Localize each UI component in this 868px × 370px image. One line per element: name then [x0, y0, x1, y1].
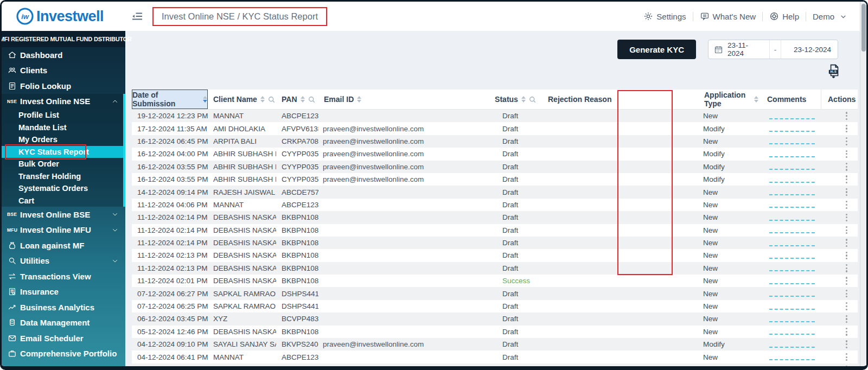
comment-field[interactable] [769, 227, 815, 233]
kebab-menu-icon[interactable] [844, 225, 849, 236]
kebab-menu-icon[interactable] [844, 237, 849, 248]
kebab-menu-icon[interactable] [844, 314, 849, 325]
search-icon[interactable] [268, 96, 275, 103]
sidebar-item-utilities[interactable]: Utilities [2, 253, 125, 269]
whats-new-button[interactable]: What's New [700, 11, 756, 21]
date-range-picker[interactable]: 23-11-2024 - 23-12-2024 [708, 40, 838, 59]
vertical-scrollbar[interactable] [860, 2, 866, 366]
comment-field[interactable] [769, 290, 815, 297]
comment-field[interactable] [769, 138, 815, 144]
search-icon[interactable] [529, 96, 536, 103]
scrollbar-thumb[interactable] [861, 4, 866, 52]
comment-field[interactable] [769, 278, 815, 284]
comment-field[interactable] [769, 303, 815, 310]
cell-rejection-reason [542, 312, 699, 325]
account-menu[interactable]: Demo [813, 12, 847, 21]
settings-button[interactable]: Settings [643, 11, 686, 21]
cell-email-id [318, 186, 488, 198]
sidebar-item-invest-online-bse[interactable]: BSEInvest Online BSE [2, 207, 125, 222]
sidebar-subitem-systematic-orders[interactable]: Systematic Orders [2, 182, 125, 195]
comment-field[interactable] [769, 176, 815, 183]
comment-field[interactable] [769, 189, 815, 195]
comment-field[interactable] [769, 367, 815, 370]
kebab-menu-icon[interactable] [844, 339, 849, 350]
sidebar-subitem-bulk-order[interactable]: Bulk Order [2, 158, 125, 170]
kebab-menu-icon[interactable] [844, 149, 849, 160]
kebab-menu-icon[interactable] [844, 212, 849, 224]
logo[interactable]: iw Investwell [2, 7, 117, 25]
sidebar-subitem-my-orders[interactable]: My Orders [2, 133, 125, 146]
sidebar-item-loan-against-mf[interactable]: Loan against MF [2, 238, 125, 253]
sidebar-subitem-transfer-holding[interactable]: Transfer Holding [2, 170, 125, 183]
kebab-menu-icon[interactable] [844, 326, 849, 337]
sidebar-subitem-kyc-status-report[interactable]: KYC Status Report [2, 146, 125, 158]
comment-field[interactable] [769, 214, 815, 221]
sidebar-item-email-scheduler[interactable]: Email Scheduler [2, 330, 125, 346]
kebab-menu-icon[interactable] [844, 301, 849, 312]
comment-field[interactable] [769, 201, 815, 208]
kebab-menu-icon[interactable] [844, 199, 849, 210]
cell-rejection-reason [542, 275, 699, 287]
kebab-menu-icon[interactable] [844, 352, 849, 363]
column-header-email-id[interactable]: Email ID [318, 90, 488, 109]
sidebar-item-business-analytics[interactable]: Business Analytics [2, 299, 125, 315]
kebab-menu-icon[interactable] [844, 187, 849, 198]
kebab-menu-icon[interactable] [844, 174, 849, 185]
column-header-pan[interactable]: PAN [276, 90, 318, 109]
sort-icon[interactable] [301, 96, 305, 103]
comment-field[interactable] [769, 113, 815, 119]
comment-field[interactable] [769, 328, 815, 335]
sort-icon[interactable] [521, 96, 526, 103]
sidebar-item-data-management[interactable]: Data Management [2, 315, 125, 331]
kebab-menu-icon[interactable] [844, 263, 849, 274]
sort-icon[interactable] [357, 96, 361, 103]
comment-field[interactable] [769, 163, 815, 170]
sidebar-item-clients[interactable]: Clients [2, 63, 125, 79]
search-icon[interactable] [308, 96, 315, 103]
column-header-client-name[interactable]: Client Name [208, 90, 276, 109]
cell-actions [821, 300, 858, 312]
sidebar-item-transactions-view[interactable]: Transactions View [2, 269, 125, 284]
export-xls-icon[interactable]: XLS [827, 64, 841, 79]
sidebar-item-comprehensive-portfolio[interactable]: Comprehensive Portfolio [2, 346, 125, 362]
sidebar-collapse-icon[interactable] [131, 10, 144, 23]
cell-email-id [318, 249, 488, 261]
kebab-menu-icon[interactable] [844, 364, 849, 370]
kebab-menu-icon[interactable] [844, 123, 849, 135]
sidebar-item-invest-online-nse[interactable]: NSEInvest Online NSE [2, 94, 125, 110]
comment-field[interactable] [769, 354, 815, 360]
kebab-menu-icon[interactable] [844, 288, 849, 299]
sidebar-item-folio-lookup[interactable]: Folio Lookup [2, 78, 125, 94]
sidebar-subitem-cart[interactable]: Cart [2, 195, 125, 207]
sort-icon[interactable] [754, 96, 758, 103]
comment-field[interactable] [769, 151, 815, 157]
comment-field[interactable] [769, 316, 815, 322]
kebab-menu-icon[interactable] [844, 275, 849, 286]
generate-kyc-button[interactable]: Generate KYC [617, 40, 696, 59]
folio-icon [7, 81, 17, 91]
comment-field[interactable] [769, 341, 815, 348]
sort-icon[interactable] [260, 96, 265, 103]
column-header-application-type[interactable]: Application Type [699, 90, 758, 109]
column-header-status[interactable]: Status [488, 90, 542, 109]
kebab-menu-icon[interactable] [844, 250, 849, 261]
kebab-menu-icon[interactable] [844, 136, 849, 147]
sidebar-subitem-profile-list[interactable]: Profile List [2, 109, 125, 122]
date-to-value[interactable]: 23-12-2024 [781, 46, 838, 54]
sidebar-item-dashboard[interactable]: Dashboard [2, 47, 125, 63]
kebab-menu-icon[interactable] [844, 161, 849, 173]
help-button[interactable]: Help [769, 11, 799, 21]
comment-field[interactable] [769, 265, 815, 271]
comment-field[interactable] [769, 252, 815, 259]
column-header-date-of-submission[interactable]: Date of Submission [132, 90, 208, 109]
sidebar-item-insurance[interactable]: Insurance [2, 284, 125, 300]
sort-icon[interactable] [203, 96, 207, 103]
kebab-menu-icon[interactable] [844, 110, 849, 122]
cell-comments [758, 135, 821, 148]
cell-email-id [318, 312, 488, 325]
comment-field[interactable] [769, 240, 815, 246]
sidebar-item-invest-online-mfu[interactable]: MFUInvest Online MFU [2, 222, 125, 238]
comment-field[interactable] [769, 125, 815, 132]
sidebar-subitem-mandate-list[interactable]: Mandate List [2, 122, 125, 134]
date-from-value[interactable]: 23-11-2024 [727, 41, 764, 58]
